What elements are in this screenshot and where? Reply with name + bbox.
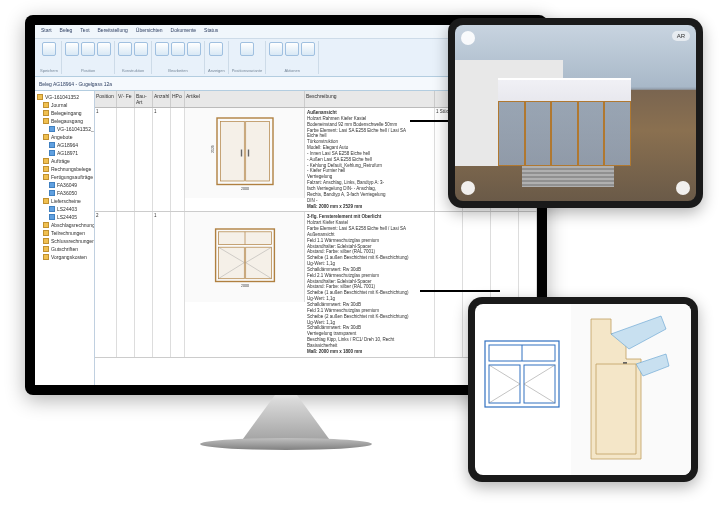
ribbon-group-label: Aktionen: [284, 68, 300, 73]
ribbon-tab[interactable]: Dokumente: [171, 27, 197, 36]
connector-line: [420, 290, 500, 292]
svg-text:2000: 2000: [241, 284, 249, 288]
tree-item[interactable]: FA36049: [37, 181, 92, 189]
ribbon-tab[interactable]: Beleg: [60, 27, 73, 36]
ar-photo-view[interactable]: AR: [455, 25, 696, 201]
ribbon-button[interactable]: [209, 42, 223, 56]
photo-action-icon[interactable]: [461, 181, 475, 195]
tablet-ar-photo: AR: [448, 18, 703, 208]
ribbon-group-label: Anzeigen: [208, 68, 225, 73]
tree-item[interactable]: Gutschriften: [37, 245, 92, 253]
svg-rect-16: [489, 365, 520, 403]
tree-item[interactable]: AG18971: [37, 149, 92, 157]
svg-rect-2: [245, 122, 269, 182]
column-header[interactable]: Position: [95, 91, 117, 107]
photo-action-icon[interactable]: [676, 181, 690, 195]
ribbon-group: Aktionen: [266, 41, 319, 74]
cad-view[interactable]: [475, 304, 691, 475]
column-header[interactable]: HPo: [171, 91, 185, 107]
tree-item[interactable]: Aufträge: [37, 157, 92, 165]
column-header[interactable]: Bau-Art: [135, 91, 153, 107]
ribbon-group: Speichern: [37, 41, 62, 74]
column-header[interactable]: Artikel: [185, 91, 305, 107]
ribbon-group: Position: [62, 41, 115, 74]
tree-item[interactable]: AG18964: [37, 141, 92, 149]
svg-text:2529: 2529: [210, 145, 214, 153]
ribbon-tab[interactable]: Status: [204, 27, 218, 36]
ribbon-group-label: Positionsvariante: [232, 68, 262, 73]
monitor-base: [200, 438, 372, 450]
nav-tree[interactable]: VG-161041352JournalBelegeingangBelegausg…: [35, 91, 95, 385]
ribbon-tab[interactable]: Übersichten: [136, 27, 163, 36]
tablet-cad: [468, 297, 698, 482]
ribbon-group-label: Position: [81, 68, 95, 73]
svg-rect-1: [220, 122, 244, 182]
ribbon-button[interactable]: [118, 42, 132, 56]
tree-item[interactable]: LS24405: [37, 213, 92, 221]
svg-rect-11: [245, 248, 271, 280]
tree-item[interactable]: Rechnungsbelege: [37, 165, 92, 173]
ribbon-group: Anzeigen: [205, 41, 229, 74]
ribbon-button[interactable]: [269, 42, 283, 56]
cad-profile-section: [581, 314, 671, 464]
ribbon-group-label: Konstruktion: [122, 68, 144, 73]
tree-item[interactable]: FA36050: [37, 189, 92, 197]
svg-text:2000: 2000: [241, 187, 249, 191]
column-header[interactable]: Anzahl: [153, 91, 171, 107]
tree-item[interactable]: Belegeingang: [37, 109, 92, 117]
tree-item[interactable]: Fertigungsaufträge: [37, 173, 92, 181]
tree-item[interactable]: Angebote: [37, 133, 92, 141]
ribbon-button[interactable]: [171, 42, 185, 56]
ribbon-tab[interactable]: Bereitstellung: [98, 27, 128, 36]
tree-item[interactable]: Journal: [37, 101, 92, 109]
doc-title: Beleg AG18964 - Gugelgass 12a: [39, 81, 112, 87]
photo-action-icon[interactable]: [461, 31, 475, 45]
ribbon-group: Bearbeiten: [152, 41, 205, 74]
ribbon-group-label: Bearbeiten: [168, 68, 187, 73]
ribbon-button[interactable]: [240, 42, 254, 56]
ribbon-group-label: Speichern: [40, 68, 58, 73]
tree-item[interactable]: Abschlagsrechnungen: [37, 221, 92, 229]
tree-item[interactable]: Vorgangskosten: [37, 253, 92, 261]
tree-item[interactable]: VG-161041352_OUT_1: [37, 125, 92, 133]
ar-badge[interactable]: AR: [672, 31, 690, 41]
ribbon-button[interactable]: [97, 42, 111, 56]
ribbon-group: Konstruktion: [115, 41, 152, 74]
svg-rect-17: [524, 365, 555, 403]
ribbon-button[interactable]: [65, 42, 79, 56]
ribbon-button[interactable]: [187, 42, 201, 56]
ribbon-tab[interactable]: Text: [80, 27, 89, 36]
ribbon-group: Positionsvariante: [229, 41, 266, 74]
tree-item[interactable]: Belegausgang: [37, 117, 92, 125]
ribbon-button[interactable]: [301, 42, 315, 56]
ribbon-button[interactable]: [81, 42, 95, 56]
tree-item[interactable]: Teilrechnungen: [37, 229, 92, 237]
cad-window-elevation: [483, 339, 561, 409]
ribbon-button[interactable]: [155, 42, 169, 56]
ribbon-button[interactable]: [42, 42, 56, 56]
svg-rect-10: [218, 248, 244, 280]
tree-root[interactable]: VG-161041352: [37, 93, 92, 101]
tree-item[interactable]: LS24403: [37, 205, 92, 213]
column-header[interactable]: V/- Fe: [117, 91, 135, 107]
ribbon-button[interactable]: [285, 42, 299, 56]
monitor-stand: [240, 395, 332, 443]
ribbon-tab[interactable]: Start: [41, 27, 52, 36]
column-header[interactable]: Beschreibung: [305, 91, 435, 107]
tree-item[interactable]: Lieferscheine: [37, 197, 92, 205]
tree-item[interactable]: Schlussrechnungen: [37, 237, 92, 245]
ribbon-button[interactable]: [134, 42, 148, 56]
